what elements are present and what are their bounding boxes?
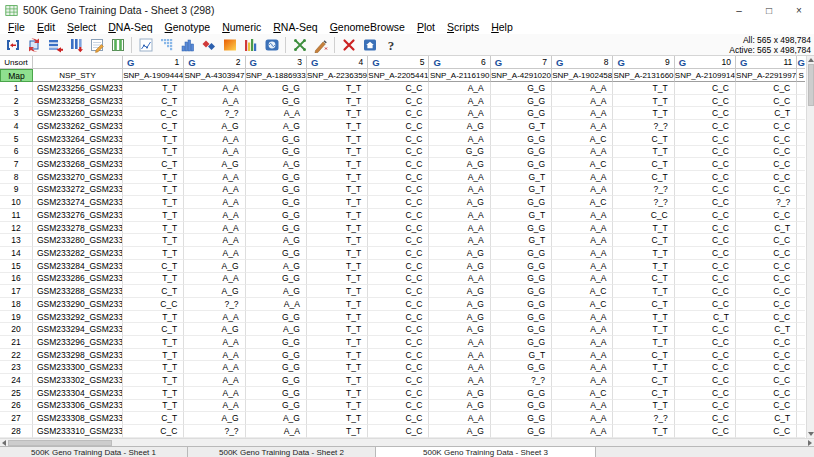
genotype-cell[interactable]: A_A (552, 260, 613, 273)
genotype-cell[interactable]: ?_? (184, 425, 245, 438)
genotype-cell[interactable]: T_T (307, 196, 368, 209)
genotype-cell[interactable]: C_C (368, 425, 429, 438)
genotype-cell[interactable]: T_T (307, 412, 368, 425)
genotype-cell[interactable]: A_G (184, 285, 245, 298)
genotype-cell[interactable]: C_T (613, 349, 674, 362)
row-number-cell[interactable]: 10 (0, 196, 33, 209)
genotype-cell[interactable]: G_G (429, 146, 490, 159)
edit-sheet-icon[interactable] (87, 35, 106, 54)
genotype-cell[interactable]: A_G (429, 247, 490, 260)
genotype-cell[interactable]: T_T (307, 146, 368, 159)
genotype-cell[interactable]: A_A (184, 146, 245, 159)
genotype-cell[interactable]: C_C (675, 400, 736, 413)
genotype-cell[interactable]: C_C (613, 209, 674, 222)
genotype-cell[interactable]: C_T (123, 120, 184, 133)
genotype-cell[interactable]: C_C (675, 234, 736, 247)
sample-id-cell[interactable]: GSM233258_GSM233259 (33, 95, 123, 108)
genotype-cell[interactable]: G_G (491, 133, 552, 146)
genotype-cell[interactable]: C_C (368, 82, 429, 95)
row-number-cell[interactable]: 13 (0, 234, 33, 247)
genotype-cell[interactable]: C_C (368, 209, 429, 222)
genotype-cell[interactable]: C_T (613, 171, 674, 184)
genotype-cell[interactable]: A_G (246, 285, 307, 298)
genotype-cell[interactable]: C_C (675, 82, 736, 95)
genotype-cell[interactable]: ?_? (613, 412, 674, 425)
genotype-cell[interactable]: A_A (184, 400, 245, 413)
genotype-cell[interactable]: A_G (246, 120, 307, 133)
script-editor-icon[interactable] (311, 35, 330, 54)
genotype-cell[interactable]: C_C (736, 234, 797, 247)
snp-column-header[interactable]: SNP_A-2109914 (675, 69, 736, 82)
column-group-header[interactable]: G11 (736, 56, 797, 69)
row-number-cell[interactable]: 3 (0, 107, 33, 120)
column-group-header[interactable]: G1 (123, 56, 184, 69)
row-number-cell[interactable]: 28 (0, 425, 33, 438)
genotype-cell[interactable]: C_C (368, 234, 429, 247)
row-number-cell[interactable]: 20 (0, 323, 33, 336)
row-number-cell[interactable]: 22 (0, 349, 33, 362)
column-group-header[interactable]: G6 (429, 56, 490, 69)
genotype-cell[interactable]: C_T (736, 222, 797, 235)
genotype-cell[interactable]: C_T (123, 412, 184, 425)
row-number-cell[interactable]: 8 (0, 171, 33, 184)
genotype-cell[interactable]: A_G (184, 120, 245, 133)
genotype-cell[interactable]: C_C (736, 374, 797, 387)
genotype-cell[interactable]: C_C (675, 273, 736, 286)
row-number-cell[interactable]: 14 (0, 247, 33, 260)
delete-icon[interactable] (339, 35, 358, 54)
genotype-cell[interactable]: C_C (368, 158, 429, 171)
genotype-cell[interactable]: C_C (736, 260, 797, 273)
snp-column-header[interactable]: SNP_A-4291020 (491, 69, 552, 82)
genotype-cell[interactable]: G_G (491, 146, 552, 159)
genotype-cell[interactable]: A_A (429, 82, 490, 95)
genotype-cell[interactable]: A_G (429, 387, 490, 400)
genotype-cell[interactable]: C_C (736, 82, 797, 95)
row-number-cell[interactable]: 16 (0, 273, 33, 286)
genotype-cell[interactable]: C_C (123, 107, 184, 120)
genotype-cell[interactable]: A_A (429, 349, 490, 362)
row-number-cell[interactable]: 7 (0, 158, 33, 171)
genotype-cell[interactable]: A_G (246, 260, 307, 273)
genotype-cell[interactable]: A_A (429, 222, 490, 235)
genotype-cell[interactable]: C_C (736, 120, 797, 133)
genotype-cell[interactable]: ?_? (613, 184, 674, 197)
genotype-cell[interactable]: G_G (491, 260, 552, 273)
id-column-header[interactable]: NSP_STY (33, 69, 123, 82)
genotype-cell[interactable]: C_C (675, 171, 736, 184)
menu-item-rna-seq[interactable]: RNA-Seq (267, 21, 323, 33)
genotype-cell[interactable]: C_C (675, 95, 736, 108)
genotype-cell[interactable]: C_C (675, 412, 736, 425)
genotype-cell[interactable]: C_T (736, 107, 797, 120)
genotype-cell[interactable]: A_G (246, 412, 307, 425)
genotype-cell[interactable]: C_C (736, 146, 797, 159)
genotype-cell[interactable]: T_T (613, 146, 674, 159)
genotype-cell[interactable]: C_C (736, 209, 797, 222)
genotype-cell[interactable]: T_T (613, 82, 674, 95)
genotype-cell[interactable]: T_T (307, 120, 368, 133)
menu-item-file[interactable]: File (2, 21, 31, 33)
scissors-icon[interactable] (290, 35, 309, 54)
genotype-cell[interactable]: C_C (675, 222, 736, 235)
genotype-cell[interactable]: A_A (429, 361, 490, 374)
genotype-cell[interactable]: C_C (675, 209, 736, 222)
genotype-cell[interactable]: A_A (184, 311, 245, 324)
genotype-cell[interactable]: C_C (675, 323, 736, 336)
sample-id-cell[interactable]: GSM233290_GSM233291 (33, 298, 123, 311)
genotype-cell[interactable]: C_C (368, 260, 429, 273)
genotype-cell[interactable]: A_A (429, 234, 490, 247)
genotype-cell[interactable]: A_A (429, 95, 490, 108)
genotype-cell[interactable]: A_A (552, 209, 613, 222)
column-group-header[interactable]: G9 (613, 56, 674, 69)
genotype-cell[interactable]: G_G (246, 133, 307, 146)
genotype-cell[interactable]: T_T (307, 95, 368, 108)
genotype-cell[interactable]: C_C (368, 222, 429, 235)
genotype-cell[interactable]: G_G (491, 311, 552, 324)
genotype-cell[interactable]: C_T (613, 273, 674, 286)
genotype-cell[interactable]: G_G (246, 273, 307, 286)
genotype-cell[interactable]: C_C (736, 95, 797, 108)
sample-id-cell[interactable]: GSM233308_GSM233309 (33, 412, 123, 425)
genotype-cell[interactable]: C_C (368, 107, 429, 120)
genotype-cell[interactable]: T_T (123, 133, 184, 146)
snp-column-header[interactable]: SNP_A-2131660 (613, 69, 674, 82)
genotype-cell[interactable]: T_T (613, 323, 674, 336)
